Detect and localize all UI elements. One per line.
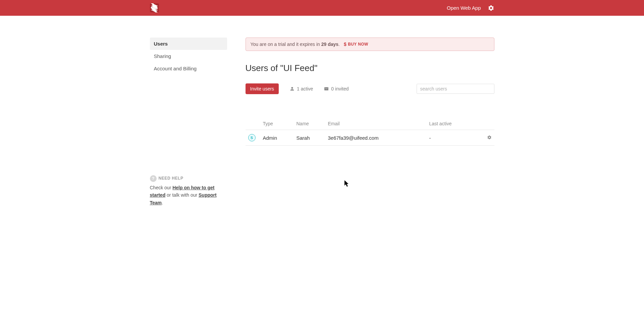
help-text-mid: or talk with our [165,192,199,198]
row-gear-icon[interactable] [487,135,492,141]
table-row: S Admin Sarah 3e67fa39@uifeed.com - [246,130,494,146]
side-nav: Users Sharing Account and Billing [150,38,227,75]
help-text-pre: Check our [150,185,173,190]
search-input[interactable] [417,84,494,94]
trial-banner: You are on a trial and it expires in 29 … [246,38,494,51]
trial-days: 29 days [321,42,338,47]
cell-avatar: S [246,130,260,146]
avatar: S [248,134,256,141]
topbar: Open Web App [0,0,644,16]
help-text-post: . [162,200,163,205]
page-title: Users of "UI Feed" [246,63,494,73]
cell-last-active: - [427,130,480,146]
app-logo-icon[interactable] [150,3,159,12]
invited-count[interactable]: 0 invited [324,86,348,91]
col-last-active: Last active [427,118,480,130]
page-container: Users Sharing Account and Billing ? Need… [150,16,494,206]
cell-actions [480,130,494,146]
topbar-inner: Open Web App [150,3,494,12]
invite-users-button[interactable]: Invite users [246,83,279,94]
svg-marker-2 [151,8,158,12]
help-block: ? Need Help Check our Help on how to get… [150,175,227,206]
users-table: Type Name Email Last active S Admin Sara… [246,118,494,146]
gear-icon[interactable] [488,5,494,11]
open-web-app-link[interactable]: Open Web App [447,5,481,11]
svg-marker-1 [151,6,158,10]
invited-count-label: 0 invited [331,86,348,91]
help-heading: ? Need Help [150,175,227,182]
trial-pre: You are on a trial and it expires in [251,42,321,47]
sidebar-item-sharing[interactable]: Sharing [150,50,227,62]
dollar-icon: $ [344,42,346,47]
sidebar-item-users[interactable]: Users [150,38,227,50]
col-actions [480,118,494,130]
buy-now-link[interactable]: $ Buy now [344,42,368,47]
cell-name: Sarah [294,130,325,146]
help-body: Check our Help on how to get started or … [150,184,220,206]
search-wrap [417,84,494,94]
table-header-row: Type Name Email Last active [246,118,494,130]
trial-message: You are on a trial and it expires in 29 … [251,42,340,47]
trial-post: . [338,42,340,47]
sidebar: Users Sharing Account and Billing ? Need… [150,38,227,206]
main-content: You are on a trial and it expires in 29 … [246,38,494,206]
help-icon: ? [150,175,157,182]
toolbar: Invite users 1 active 0 invited [246,83,494,94]
sidebar-item-account-billing[interactable]: Account and Billing [150,62,227,75]
cell-type: Admin [260,130,294,146]
user-icon [289,86,295,91]
active-count[interactable]: 1 active [289,86,313,91]
col-type: Type [260,118,294,130]
topbar-right: Open Web App [447,5,494,11]
col-email: Email [325,118,427,130]
mail-icon [324,86,329,91]
col-name: Name [294,118,325,130]
col-avatar [246,118,260,130]
buy-now-label: Buy now [348,42,368,47]
active-count-label: 1 active [297,86,313,91]
cell-email: 3e67fa39@uifeed.com [325,130,427,146]
help-heading-label: Need Help [159,175,183,182]
